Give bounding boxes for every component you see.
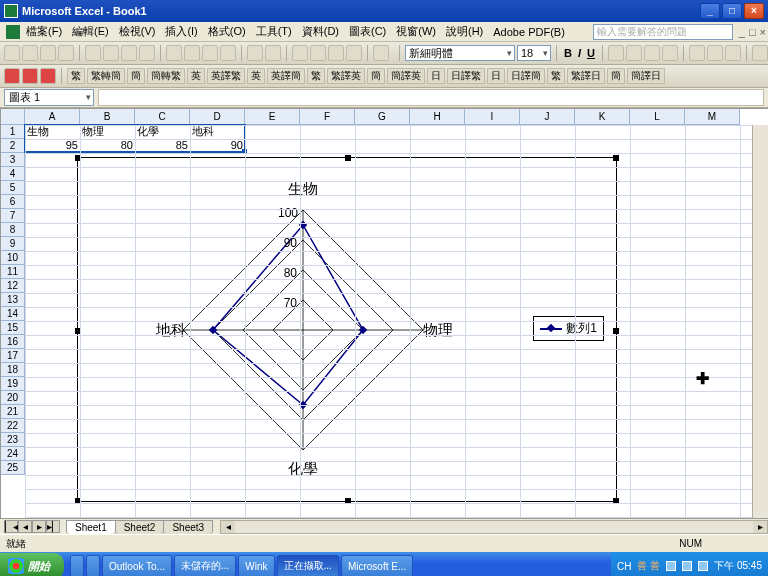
menu-help[interactable]: 說明(H): [446, 24, 483, 39]
row-header[interactable]: 1: [1, 125, 25, 139]
taskbar-app-button[interactable]: Wink: [238, 555, 274, 576]
cell[interactable]: 生物: [25, 125, 80, 139]
taskbar-app-button[interactable]: Outlook To...: [102, 555, 172, 576]
cell[interactable]: 80: [80, 139, 135, 153]
menu-view[interactable]: 檢視(V): [119, 24, 156, 39]
cells-area[interactable]: 生物 物理 化學 地科 100 90 80 70 數列1 生物物理化學地科958…: [25, 125, 752, 518]
bold-button[interactable]: B: [564, 47, 572, 59]
column-header[interactable]: D: [190, 109, 245, 125]
row-header[interactable]: 22: [1, 419, 25, 433]
tray-lang-indicator[interactable]: CH: [617, 561, 631, 572]
row-header[interactable]: 3: [1, 153, 25, 167]
row-headers[interactable]: 1234567891011121314151617181920212223242…: [1, 125, 25, 475]
copy-button[interactable]: [184, 45, 200, 61]
doc-minimize-button[interactable]: _: [739, 26, 745, 38]
menu-tools[interactable]: 工具(T): [256, 24, 292, 39]
horizontal-scrollbar[interactable]: ◂ ▸: [220, 520, 768, 534]
taskbar-app-button[interactable]: [86, 555, 100, 576]
column-header[interactable]: A: [25, 109, 80, 125]
row-header[interactable]: 9: [1, 237, 25, 251]
formula-input[interactable]: [98, 89, 764, 106]
translate-button[interactable]: 繁譯日: [567, 68, 605, 84]
save-button[interactable]: [40, 45, 56, 61]
pdf-mail-button[interactable]: [22, 68, 38, 84]
italic-button[interactable]: I: [578, 47, 581, 59]
align-left-button[interactable]: [608, 45, 624, 61]
row-header[interactable]: 6: [1, 195, 25, 209]
column-header[interactable]: K: [575, 109, 630, 125]
window-minimize-button[interactable]: _: [700, 3, 720, 19]
doc-restore-button[interactable]: □: [749, 26, 756, 38]
chart-legend[interactable]: 數列1: [533, 316, 604, 341]
menu-chart[interactable]: 圖表(C): [349, 24, 386, 39]
row-header[interactable]: 4: [1, 167, 25, 181]
row-header[interactable]: 7: [1, 209, 25, 223]
row-header[interactable]: 18: [1, 363, 25, 377]
menu-data[interactable]: 資料(D): [302, 24, 339, 39]
system-tray[interactable]: CH 善 善 下午 05:45: [611, 552, 768, 576]
translate-button[interactable]: 簡: [127, 68, 145, 84]
name-box[interactable]: 圖表 1: [4, 89, 94, 106]
row-header[interactable]: 12: [1, 279, 25, 293]
tray-ime-indicator[interactable]: 善 善: [637, 559, 660, 573]
tab-nav-last[interactable]: ▸▏: [46, 520, 60, 533]
hscroll-right-button[interactable]: ▸: [753, 521, 767, 533]
font-name-select[interactable]: 新細明體: [405, 45, 515, 61]
new-file-button[interactable]: [4, 45, 20, 61]
column-header[interactable]: G: [355, 109, 410, 125]
tray-clock[interactable]: 下午 05:45: [714, 559, 762, 573]
column-header[interactable]: M: [685, 109, 740, 125]
undo-button[interactable]: [247, 45, 263, 61]
cell[interactable]: 地科: [190, 125, 245, 139]
tray-icon[interactable]: [698, 561, 708, 571]
row-header[interactable]: 13: [1, 293, 25, 307]
paste-button[interactable]: [202, 45, 218, 61]
row-header[interactable]: 21: [1, 405, 25, 419]
comma-button[interactable]: [725, 45, 741, 61]
underline-button[interactable]: U: [587, 47, 595, 59]
chart-wizard-button[interactable]: [373, 45, 389, 61]
sheet-tab-1[interactable]: Sheet1: [66, 520, 116, 534]
window-close-button[interactable]: ×: [744, 3, 764, 19]
print-button[interactable]: [85, 45, 101, 61]
column-header[interactable]: I: [465, 109, 520, 125]
translate-button[interactable]: 簡: [367, 68, 385, 84]
row-header[interactable]: 10: [1, 251, 25, 265]
tray-icon[interactable]: [666, 561, 676, 571]
column-header[interactable]: J: [520, 109, 575, 125]
tab-nav-next[interactable]: ▸: [32, 520, 46, 533]
translate-button[interactable]: 簡: [607, 68, 625, 84]
row-header[interactable]: 25: [1, 461, 25, 475]
menu-adobe[interactable]: Adobe PDF(B): [493, 26, 565, 38]
translate-button[interactable]: 日譯繁: [447, 68, 485, 84]
column-header[interactable]: F: [300, 109, 355, 125]
column-header[interactable]: B: [80, 109, 135, 125]
app-control-icon[interactable]: [6, 25, 20, 39]
column-header[interactable]: L: [630, 109, 685, 125]
row-header[interactable]: 23: [1, 433, 25, 447]
open-file-button[interactable]: [22, 45, 38, 61]
row-header[interactable]: 17: [1, 349, 25, 363]
hyperlink-button[interactable]: [292, 45, 308, 61]
print-preview-button[interactable]: [103, 45, 119, 61]
cell[interactable]: 物理: [80, 125, 135, 139]
tray-icon[interactable]: [682, 561, 692, 571]
chart-handle-ne[interactable]: [613, 155, 619, 161]
start-button[interactable]: 開始: [0, 553, 64, 576]
sort-asc-button[interactable]: [328, 45, 344, 61]
doc-close-button[interactable]: ×: [760, 26, 766, 38]
spellcheck-button[interactable]: [121, 45, 137, 61]
translate-button[interactable]: 日譯簡: [507, 68, 545, 84]
translate-button[interactable]: 簡譯日: [627, 68, 665, 84]
cell[interactable]: 85: [135, 139, 190, 153]
font-size-select[interactable]: 18: [517, 45, 551, 61]
worksheet-grid[interactable]: ABCDEFGHIJKLM 12345678910111213141516171…: [0, 108, 768, 518]
translate-button[interactable]: 英譯簡: [267, 68, 305, 84]
translate-button[interactable]: 英: [187, 68, 205, 84]
autosum-button[interactable]: [310, 45, 326, 61]
column-headers[interactable]: ABCDEFGHIJKLM: [25, 109, 752, 125]
row-header[interactable]: 2: [1, 139, 25, 153]
menu-window[interactable]: 視窗(W): [396, 24, 436, 39]
research-button[interactable]: [139, 45, 155, 61]
menu-insert[interactable]: 插入(I): [165, 24, 197, 39]
